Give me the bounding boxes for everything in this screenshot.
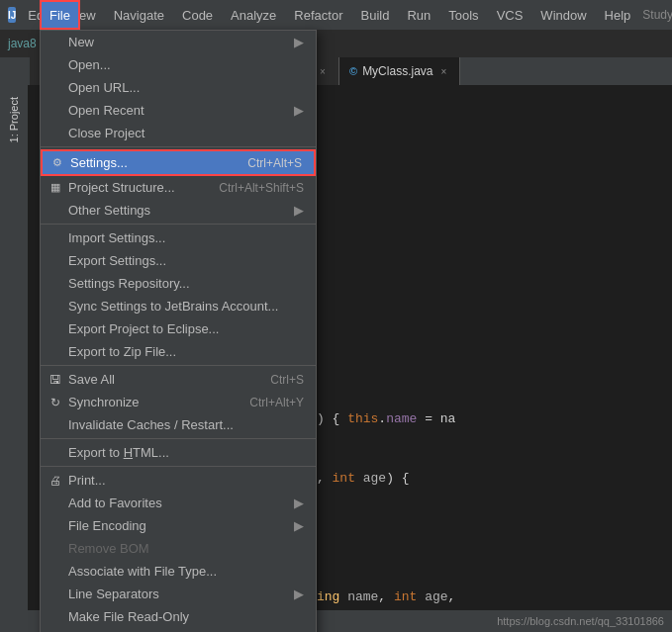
new-arrow: ▶ (294, 35, 304, 49)
separator-5 (41, 466, 316, 467)
settings-shortcut: Ctrl+Alt+S (247, 156, 302, 170)
menu-item-synchronize[interactable]: ↻ Synchronize Ctrl+Alt+Y (41, 391, 316, 413)
line-separators-arrow: ▶ (294, 587, 304, 601)
tab-myclass[interactable]: © MyClass.java × (339, 57, 460, 85)
menu-item-export-settings[interactable]: Export Settings... (41, 249, 316, 272)
file-encoding-label: File Encoding (68, 518, 146, 533)
tab-icon-3: © (349, 65, 357, 77)
menu-navigate[interactable]: Navigate (106, 6, 172, 25)
other-settings-arrow: ▶ (294, 203, 304, 218)
export-zip-label: Export to Zip File... (68, 344, 176, 359)
save-all-icon: 🖫 (47, 371, 64, 389)
menu-build[interactable]: Build (352, 6, 397, 25)
remove-bom-label: Remove BOM (68, 541, 149, 556)
app-icon: IJ (8, 7, 16, 23)
add-favorites-arrow: ▶ (294, 496, 304, 510)
file-menu-active[interactable]: File (40, 0, 80, 30)
settings-icon: ⚙ (48, 154, 66, 172)
menu-item-export-zip[interactable]: Export to Zip File... (41, 340, 316, 363)
menu-item-other-settings[interactable]: Other Settings ▶ (41, 199, 316, 222)
import-settings-label: Import Settings... (68, 230, 165, 245)
project-structure-shortcut: Ctrl+Alt+Shift+S (219, 181, 304, 195)
menu-refactor[interactable]: Refactor (286, 6, 350, 25)
menu-item-open[interactable]: Open... (41, 53, 316, 76)
settings-repo-label: Settings Repository... (68, 276, 190, 291)
file-dropdown: New ▶ Open... Open URL... Open Recent ▶ … (40, 30, 317, 632)
file-encoding-arrow: ▶ (294, 518, 304, 533)
menu-item-add-favorites[interactable]: Add to Favorites ▶ (41, 492, 316, 514)
menu-analyze[interactable]: Analyze (223, 6, 284, 25)
synchronize-icon: ↻ (47, 394, 64, 411)
menu-item-remove-bom: Remove BOM (41, 537, 316, 560)
menu-item-export-eclipse[interactable]: Export Project to Eclipse... (41, 317, 316, 340)
save-all-label: Save All (68, 372, 115, 387)
new-label: New (68, 35, 94, 49)
print-icon: 🖨 (47, 472, 64, 490)
sync-jetbrains-label: Sync Settings to JetBrains Account... (68, 299, 278, 314)
menu-item-settings[interactable]: ⚙ Settings... Ctrl+Alt+S (41, 149, 316, 176)
line-separators-label: Line Separators (68, 587, 159, 601)
close-project-label: Close Project (68, 126, 144, 140)
export-eclipse-label: Export Project to Eclipse... (68, 321, 219, 336)
open-recent-arrow: ▶ (294, 103, 304, 118)
breadcrumb-java8[interactable]: java8 (8, 37, 37, 50)
export-settings-label: Export Settings... (68, 253, 166, 268)
menu-item-file-encoding[interactable]: File Encoding ▶ (41, 514, 316, 537)
menu-vcs[interactable]: VCS (489, 6, 531, 25)
export-html-label: Export to HTML... (68, 445, 169, 460)
title-bar: IJ Edit View Navigate Code Analyze Refac… (0, 0, 672, 30)
menu-code[interactable]: Code (174, 6, 221, 25)
open-label: Open... (68, 57, 111, 72)
menu-item-power-save[interactable]: Power Save Mode (41, 628, 316, 632)
menu-run[interactable]: Run (399, 6, 438, 25)
menu-item-print[interactable]: 🖨 Print... (41, 469, 316, 492)
menu-item-line-separators[interactable]: Line Separators ▶ (41, 583, 316, 605)
separator-2 (41, 224, 316, 225)
other-settings-label: Other Settings (68, 203, 150, 218)
open-recent-label: Open Recent (68, 103, 144, 118)
menu-item-sync-jetbrains[interactable]: Sync Settings to JetBrains Account... (41, 295, 316, 317)
print-label: Print... (68, 473, 106, 488)
menu-tools[interactable]: Tools (440, 6, 486, 25)
tab-label-3: MyClass.java (362, 64, 432, 78)
sidebar-project-tab[interactable]: 1: Project (4, 89, 24, 150)
associate-file-type-label: Associate with File Type... (68, 564, 217, 579)
separator-3 (41, 365, 316, 366)
menu-window[interactable]: Window (532, 6, 594, 25)
menu-item-import-settings[interactable]: Import Settings... (41, 226, 316, 249)
sidebar: 1: Project (0, 85, 28, 610)
tab-close-3[interactable]: × (437, 65, 449, 77)
menu-item-make-read-only[interactable]: Make File Read-Only (41, 605, 316, 628)
status-url: https://blog.csdn.net/qq_33101866 (497, 615, 664, 627)
synchronize-shortcut: Ctrl+Alt+Y (249, 396, 304, 409)
separator-1 (41, 146, 316, 147)
menu-item-settings-repo[interactable]: Settings Repository... (41, 272, 316, 295)
menu-item-open-recent[interactable]: Open Recent ▶ (41, 99, 316, 122)
synchronize-label: Synchronize (68, 395, 140, 409)
menu-item-invalidate-caches[interactable]: Invalidate Caches / Restart... (41, 413, 316, 436)
menu-bar: Edit View Navigate Code Analyze Refactor… (20, 6, 638, 25)
invalidate-caches-label: Invalidate Caches / Restart... (68, 417, 234, 432)
menu-help[interactable]: Help (597, 6, 639, 25)
menu-item-close-project[interactable]: Close Project (41, 122, 316, 144)
title-bar-title: Study_ (642, 8, 672, 22)
menu-item-project-structure[interactable]: ▦ Project Structure... Ctrl+Alt+Shift+S (41, 176, 316, 199)
menu-item-new[interactable]: New ▶ (41, 31, 316, 53)
menu-item-export-html[interactable]: Export to HTML... (41, 441, 316, 464)
tab-close-2[interactable]: × (317, 65, 329, 77)
settings-label: Settings... (70, 155, 128, 170)
project-structure-label: Project Structure... (68, 180, 175, 195)
menu-item-save-all[interactable]: 🖫 Save All Ctrl+S (41, 368, 316, 391)
add-favorites-label: Add to Favorites (68, 496, 162, 510)
save-all-shortcut: Ctrl+S (270, 373, 304, 387)
open-url-label: Open URL... (68, 80, 140, 95)
separator-4 (41, 438, 316, 439)
menu-item-open-url[interactable]: Open URL... (41, 76, 316, 99)
project-structure-icon: ▦ (47, 179, 64, 197)
make-read-only-label: Make File Read-Only (68, 609, 189, 624)
menu-item-associate-file-type[interactable]: Associate with File Type... (41, 560, 316, 583)
